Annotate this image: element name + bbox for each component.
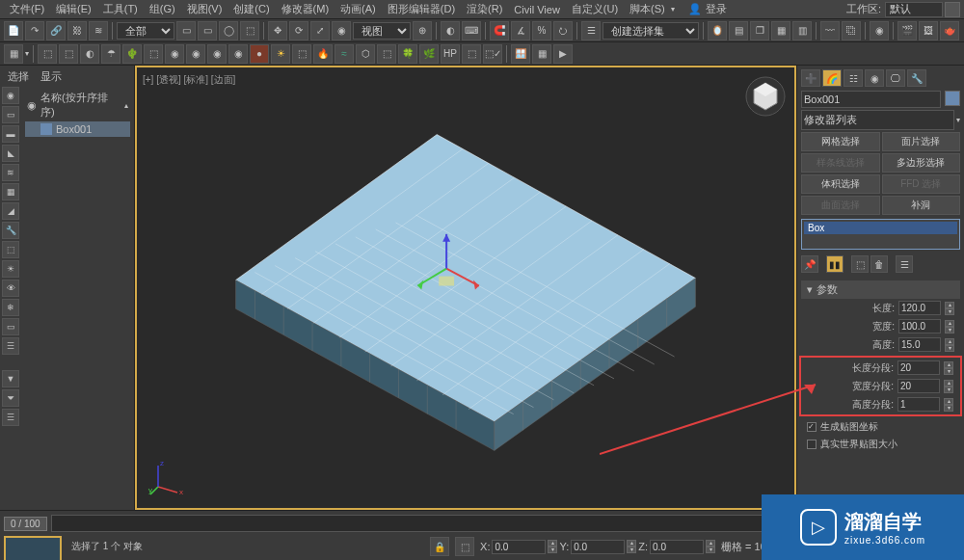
select-filter[interactable]: 全部 xyxy=(117,22,174,40)
t2-b10[interactable]: ◉ xyxy=(228,44,248,64)
create-tab[interactable]: ➕ xyxy=(801,69,820,87)
side-btn-sun[interactable]: ☀ xyxy=(2,260,19,278)
length-up[interactable]: ▴ xyxy=(945,302,954,308)
manip-button[interactable]: ◐ xyxy=(441,21,460,40)
select-fence-btn[interactable]: ⬚ xyxy=(240,21,259,40)
btn-spline-select[interactable]: 样条线选择 xyxy=(801,153,880,173)
side-btn-shape[interactable]: ◣ xyxy=(2,145,19,162)
menu-edit[interactable]: 编辑(E) xyxy=(50,0,97,18)
pin-stack-button[interactable]: 📌 xyxy=(801,255,818,273)
wsegs-up[interactable]: ▴ xyxy=(944,380,953,387)
wsegs-spinner[interactable] xyxy=(897,379,940,393)
show-end-result-button[interactable]: ▮▮ xyxy=(826,255,844,273)
side-btn-cyl[interactable]: ▬ xyxy=(2,125,19,143)
side-btn-wave[interactable]: ≋ xyxy=(2,164,19,181)
configure-button[interactable]: ☰ xyxy=(896,255,913,273)
menu-civilview[interactable]: Civil View xyxy=(508,2,565,17)
side-btn-grid[interactable]: ▦ xyxy=(2,183,19,200)
wsegs-down[interactable]: ▾ xyxy=(944,387,953,393)
x-up[interactable]: ▴ xyxy=(548,540,557,547)
tab-display[interactable]: 显示 xyxy=(40,69,62,81)
motion-tab[interactable]: ◉ xyxy=(865,69,884,87)
btn-vol-select[interactable]: 体积选择 xyxy=(801,174,880,194)
lsegs-spinner[interactable] xyxy=(897,360,940,375)
hierarchy-tab[interactable]: ☷ xyxy=(844,69,863,87)
t2-b13[interactable]: ⬚ xyxy=(292,44,311,64)
side-btn-box[interactable]: ▭ xyxy=(2,106,19,123)
y-input[interactable] xyxy=(571,540,625,554)
t2-b16[interactable]: ⬡ xyxy=(356,44,375,64)
align-button[interactable]: ▤ xyxy=(729,21,748,40)
side-btn-cam[interactable]: ⬚ xyxy=(2,241,19,258)
x-input[interactable] xyxy=(492,540,546,554)
x-down[interactable]: ▾ xyxy=(548,547,557,553)
lsegs-up[interactable]: ▴ xyxy=(944,361,953,368)
length-down[interactable]: ▾ xyxy=(945,308,954,315)
dropdown-icon[interactable]: ▾ xyxy=(671,5,675,13)
t2-b19[interactable]: 🌿 xyxy=(419,44,439,64)
t2-b7[interactable]: ◉ xyxy=(165,44,184,64)
t2-b23[interactable]: 🪟 xyxy=(511,44,530,64)
menu-animation[interactable]: 动画(A) xyxy=(335,0,382,18)
length-spinner[interactable] xyxy=(898,301,941,315)
menu-file[interactable]: 文件(F) xyxy=(4,0,50,18)
display-tab[interactable]: 🖵 xyxy=(886,69,905,87)
side-btn-filter[interactable]: ▼ xyxy=(2,370,19,387)
t2-b12[interactable]: ☀ xyxy=(271,44,290,64)
btn-poly-select[interactable]: 多边形选择 xyxy=(882,153,961,173)
remove-mod-button[interactable]: 🗑 xyxy=(870,255,888,273)
hsegs-down[interactable]: ▾ xyxy=(944,405,953,412)
menu-modifiers[interactable]: 修改器(M) xyxy=(276,0,335,18)
object-color-swatch[interactable] xyxy=(945,91,960,106)
side-btn-tool[interactable]: 🔧 xyxy=(2,222,19,239)
t2-b9[interactable]: ◉ xyxy=(207,44,227,64)
z-input[interactable] xyxy=(650,540,704,554)
y-up[interactable]: ▴ xyxy=(627,540,636,547)
side-btn-sphere[interactable]: ◉ xyxy=(2,87,19,104)
t2-b1[interactable]: ⬚ xyxy=(38,44,57,64)
t2-b6[interactable]: ⬚ xyxy=(144,44,163,64)
realworld-checkbox[interactable]: 真实世界贴图大小 xyxy=(801,436,960,453)
menu-customize[interactable]: 自定义(U) xyxy=(566,0,624,18)
link-button[interactable]: 🔗 xyxy=(46,21,66,40)
t2-b4[interactable]: ☂ xyxy=(101,44,120,64)
t2-b3[interactable]: ◐ xyxy=(80,44,99,64)
side-btn-list[interactable]: ☰ xyxy=(2,409,19,426)
keyboard-button[interactable]: ⌨ xyxy=(462,21,481,40)
t2-b14[interactable]: 🔥 xyxy=(313,44,333,64)
tab-select[interactable]: 选择 xyxy=(8,69,29,81)
named-selset[interactable]: 创建选择集 xyxy=(602,22,699,40)
t2-b11[interactable]: ● xyxy=(250,44,269,64)
unlink-button[interactable]: ⛓ xyxy=(67,21,87,40)
menu-script[interactable]: 脚本(S) xyxy=(624,0,671,18)
curve-button[interactable]: 〰 xyxy=(820,21,840,40)
utilities-tab[interactable]: 🔧 xyxy=(907,69,926,87)
t2-b2[interactable]: ⬚ xyxy=(59,44,78,64)
menu-group[interactable]: 组(G) xyxy=(144,0,181,18)
make-unique-button[interactable]: ⬚ xyxy=(851,255,869,273)
t2-b17[interactable]: ⬚ xyxy=(377,44,396,64)
pivot-button[interactable]: ⊕ xyxy=(413,21,432,40)
width-up[interactable]: ▴ xyxy=(945,320,954,327)
place-button[interactable]: ◉ xyxy=(332,21,351,40)
side-btn-1[interactable]: ▭ xyxy=(2,318,19,335)
t2-b24[interactable]: ▦ xyxy=(532,44,551,64)
height-up[interactable]: ▴ xyxy=(945,338,954,345)
width-down[interactable]: ▾ xyxy=(945,327,954,333)
modify-tab[interactable]: 🌈 xyxy=(822,69,842,87)
height-down[interactable]: ▾ xyxy=(945,345,954,352)
menu-create[interactable]: 创建(C) xyxy=(228,0,275,18)
z-up[interactable]: ▴ xyxy=(706,540,715,547)
explorer-button[interactable]: ▦ xyxy=(771,21,790,40)
bind-button[interactable]: ≋ xyxy=(89,21,108,40)
t2-b15[interactable]: ≈ xyxy=(335,44,354,64)
tree-item-box001[interactable]: Box001 xyxy=(25,121,130,137)
t2-b18[interactable]: 🍀 xyxy=(398,44,417,64)
isolate-button[interactable]: ⬚ xyxy=(455,537,474,556)
side-btn-2[interactable]: ☰ xyxy=(2,337,19,355)
btn-ffd-select[interactable]: FFD 选择 xyxy=(882,174,961,194)
side-btn-funnel[interactable]: ⏷ xyxy=(2,389,19,407)
material-button[interactable]: ◉ xyxy=(870,21,889,40)
lock-sel-button[interactable]: 🔒 xyxy=(430,537,449,556)
hsegs-up[interactable]: ▴ xyxy=(944,398,953,405)
